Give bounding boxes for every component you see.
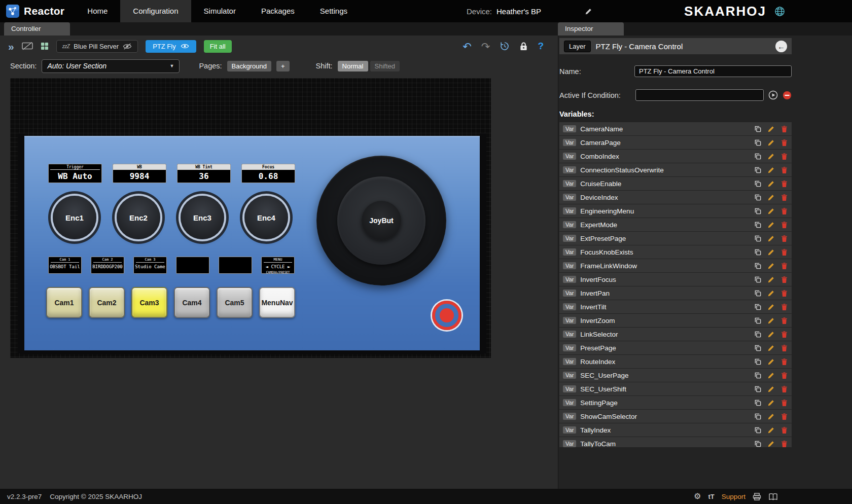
edit-icon[interactable] [767, 207, 775, 215]
delete-icon[interactable] [780, 372, 788, 379]
add-page-button[interactable]: + [276, 61, 290, 71]
grid-view-icon[interactable] [41, 42, 49, 50]
edit-icon[interactable] [767, 125, 775, 133]
copy-icon[interactable] [754, 372, 762, 379]
edit-icon[interactable] [767, 235, 775, 242]
encoder-knob[interactable]: Enc1 [53, 196, 96, 239]
eye-off-icon[interactable] [123, 43, 132, 50]
copy-icon[interactable] [754, 180, 762, 188]
copy-icon[interactable] [754, 344, 762, 352]
gear-icon[interactable]: ⚙ [694, 492, 701, 500]
edit-icon[interactable] [767, 399, 775, 407]
edit-icon[interactable] [767, 413, 775, 420]
delete-icon[interactable] [780, 235, 788, 242]
run-condition-icon[interactable] [768, 90, 778, 100]
variable-row[interactable]: VarTallyToCam [559, 437, 792, 447]
edit-icon[interactable] [767, 290, 775, 297]
lcd-display[interactable]: WB Tint36 [177, 164, 231, 183]
variable-row[interactable]: VarSEC_UserPage [559, 369, 792, 382]
variable-row[interactable]: VarDeviceIndex [559, 191, 792, 204]
copy-icon[interactable] [754, 426, 762, 434]
delete-icon[interactable] [780, 194, 788, 201]
delete-icon[interactable] [780, 290, 788, 297]
delete-icon[interactable] [780, 426, 788, 434]
delete-icon[interactable] [780, 166, 788, 174]
copy-icon[interactable] [754, 194, 762, 201]
delete-icon[interactable] [780, 207, 788, 215]
delete-icon[interactable] [780, 317, 788, 325]
encoder-knob[interactable]: Enc3 [181, 196, 224, 239]
edit-icon[interactable] [767, 221, 775, 229]
copy-icon[interactable] [754, 440, 762, 448]
copy-icon[interactable] [754, 399, 762, 407]
copy-icon[interactable] [754, 139, 762, 147]
copy-icon[interactable] [754, 207, 762, 215]
variable-row[interactable]: VarExpertMode [559, 218, 792, 231]
undo-icon[interactable]: ↶ [463, 41, 472, 52]
key-cam1[interactable]: Cam1 [46, 287, 82, 318]
history-icon[interactable] [500, 41, 510, 51]
ptz-fly-layer-button[interactable]: PTZ Fly [146, 40, 196, 53]
fit-all-button[interactable]: Fit all [204, 40, 232, 53]
expand-panel-icon[interactable]: » [8, 41, 14, 52]
delete-icon[interactable] [780, 344, 788, 352]
key-cam4[interactable]: Cam4 [174, 287, 210, 318]
variable-row[interactable]: VarCameraPage [559, 136, 792, 149]
help-icon[interactable]: ? [538, 41, 544, 52]
edit-icon[interactable] [767, 344, 775, 352]
joystick-knob[interactable]: JoyBut [362, 201, 401, 240]
record-button[interactable] [432, 301, 462, 330]
variable-row[interactable]: VarRouteIndex [559, 355, 792, 368]
delete-icon[interactable] [780, 331, 788, 338]
nav-item-packages[interactable]: Packages [248, 0, 307, 22]
delete-icon[interactable] [780, 440, 788, 448]
copy-icon[interactable] [754, 358, 762, 366]
edit-icon[interactable] [767, 372, 775, 379]
mini-display[interactable] [219, 257, 252, 274]
delete-icon[interactable] [780, 262, 788, 270]
tab-inspector[interactable]: Inspector [558, 22, 624, 35]
shift-option-normal[interactable]: Normal [338, 61, 368, 71]
mini-display[interactable]: Cam 1OBSBOT Tail [48, 257, 82, 274]
edit-icon[interactable] [767, 426, 775, 434]
variable-row[interactable]: VarFocusKnobExists [559, 245, 792, 259]
key-menunav[interactable]: MenuNav [259, 287, 295, 318]
edit-icon[interactable] [767, 153, 775, 160]
variable-row[interactable]: VarEngineeringMenu [559, 204, 792, 218]
variable-row[interactable]: VarFrameLinkWindow [559, 259, 792, 272]
name-input[interactable] [634, 65, 792, 77]
lcd-display[interactable]: WB9984 [113, 164, 166, 183]
delete-icon[interactable] [780, 413, 788, 420]
key-cam3[interactable]: Cam3 [131, 287, 167, 318]
delete-icon[interactable] [780, 385, 788, 393]
edit-icon[interactable] [767, 194, 775, 201]
copy-icon[interactable] [754, 248, 762, 256]
condition-input[interactable] [635, 89, 764, 101]
key-cam5[interactable]: Cam5 [217, 287, 253, 318]
variable-row[interactable]: VarSettingPage [559, 396, 792, 409]
edit-icon[interactable] [767, 303, 775, 311]
variable-row[interactable]: VarInvertTilt [559, 300, 792, 313]
nav-item-home[interactable]: Home [75, 0, 120, 22]
printer-icon[interactable] [753, 493, 761, 500]
key-cam2[interactable]: Cam2 [89, 287, 125, 318]
delete-icon[interactable] [780, 153, 788, 160]
lcd-display[interactable]: TriggerWB Auto [48, 164, 102, 183]
server-chip[interactable]: zzZ Blue Pill Server [56, 40, 138, 53]
lcd-display[interactable]: Focus0.68 [241, 164, 295, 183]
delete-icon[interactable] [780, 303, 788, 311]
broadcast-off-icon[interactable] [22, 42, 33, 50]
variable-row[interactable]: VarInvertPan [559, 286, 792, 300]
copy-icon[interactable] [754, 317, 762, 325]
edit-icon[interactable] [767, 440, 775, 448]
mini-display[interactable]: Cam 3Studio Came [133, 257, 167, 274]
delete-icon[interactable] [780, 399, 788, 407]
delete-icon[interactable] [780, 276, 788, 283]
lock-icon[interactable] [519, 42, 528, 51]
copy-icon[interactable] [754, 413, 762, 420]
mini-display[interactable] [176, 257, 209, 274]
copy-icon[interactable] [754, 235, 762, 242]
remove-condition-icon[interactable] [783, 91, 792, 100]
delete-icon[interactable] [780, 180, 788, 188]
copy-icon[interactable] [754, 331, 762, 338]
